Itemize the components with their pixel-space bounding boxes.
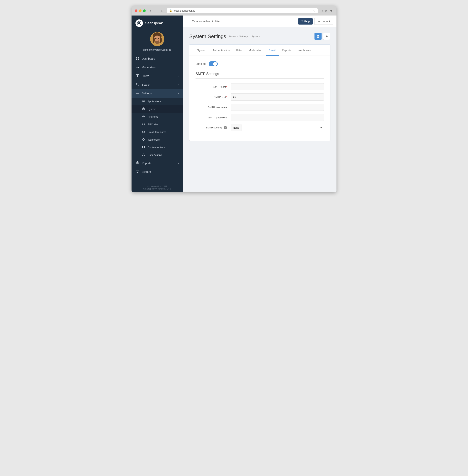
api-keys-icon bbox=[142, 115, 145, 119]
info-icon[interactable]: i bbox=[224, 126, 227, 129]
system-bottom-icon bbox=[135, 170, 139, 174]
svg-point-7 bbox=[153, 37, 155, 43]
svg-point-25 bbox=[143, 100, 145, 102]
sidebar-item-dashboard[interactable]: Dashboard bbox=[132, 54, 183, 63]
page-header: System Settings Home / Settings / System bbox=[189, 33, 330, 40]
smtp-host-input[interactable] bbox=[231, 83, 324, 90]
sidebar-item-search[interactable]: Search ‹ bbox=[132, 80, 183, 89]
smtp-username-input[interactable] bbox=[231, 104, 324, 111]
back-button[interactable] bbox=[323, 33, 330, 40]
username-text: admin@inversoft.com bbox=[143, 48, 168, 51]
smtp-port-field: SMTP port* bbox=[195, 93, 324, 101]
tab-system[interactable]: System bbox=[194, 45, 209, 56]
sidebar-item-filters[interactable]: Filters ‹ bbox=[132, 72, 183, 80]
sidebar-item-reports[interactable]: Reports ‹ bbox=[132, 159, 183, 167]
sidebar-item-settings[interactable]: Settings ∨ bbox=[132, 89, 183, 98]
applications-icon bbox=[142, 100, 145, 103]
chevron-icon: ‹ bbox=[178, 75, 179, 77]
sidebar-item-system[interactable]: System bbox=[132, 105, 183, 113]
tabs-container: System Authentication Filter Moderation … bbox=[189, 45, 330, 56]
tab-filter[interactable]: Filter bbox=[233, 45, 245, 56]
share-button[interactable]: ↑ bbox=[322, 9, 323, 13]
tab-webhooks[interactable]: Webhooks bbox=[295, 45, 314, 56]
smtp-password-input[interactable] bbox=[231, 114, 324, 121]
search-input[interactable] bbox=[192, 20, 298, 23]
lock-icon: 🔒 bbox=[169, 9, 172, 12]
system-icon bbox=[142, 107, 145, 111]
sidebar-item-api-keys[interactable]: API Keys bbox=[132, 113, 183, 120]
svg-rect-16 bbox=[136, 68, 138, 68]
svg-rect-39 bbox=[142, 147, 143, 148]
logout-icon: → bbox=[318, 20, 320, 23]
reports-icon bbox=[135, 161, 139, 165]
browser-actions: ↑ ⧉ bbox=[322, 9, 327, 13]
content-actions-icon bbox=[142, 146, 145, 149]
svg-point-1 bbox=[138, 22, 140, 24]
svg-point-8 bbox=[160, 37, 162, 43]
breadcrumb-sep-1: / bbox=[237, 35, 238, 38]
svg-rect-10 bbox=[136, 57, 137, 58]
breadcrumb-sep-2: / bbox=[249, 35, 250, 38]
logo-text: cleanspeak bbox=[145, 21, 163, 25]
help-circle-icon: ? bbox=[301, 20, 303, 23]
required-star: * bbox=[226, 96, 227, 99]
svg-rect-51 bbox=[317, 37, 319, 38]
sidebar-item-moderation[interactable]: Moderation bbox=[132, 63, 183, 72]
breadcrumb-home[interactable]: Home bbox=[229, 35, 236, 38]
tab-email[interactable]: Email bbox=[266, 45, 279, 56]
enabled-toggle[interactable] bbox=[209, 61, 218, 66]
help-button[interactable]: ? Help bbox=[298, 18, 313, 25]
svg-rect-12 bbox=[136, 59, 137, 60]
moderation-icon bbox=[135, 65, 139, 69]
sidebar-item-label: Moderation bbox=[142, 66, 156, 69]
smtp-port-input[interactable] bbox=[231, 93, 324, 101]
sidebar-item-label: Dashboard bbox=[142, 57, 155, 60]
save-button[interactable] bbox=[314, 33, 322, 40]
svg-rect-23 bbox=[136, 93, 139, 93]
sidebar-item-email-templates[interactable]: Email Templates bbox=[132, 128, 183, 136]
close-dot[interactable] bbox=[135, 9, 137, 12]
smtp-security-field: SMTP security i None SSL TLS bbox=[195, 124, 324, 131]
reload-icon[interactable]: ↻ bbox=[313, 9, 315, 12]
svg-point-6 bbox=[158, 38, 159, 39]
webhooks-icon bbox=[142, 138, 145, 141]
minimize-dot[interactable] bbox=[139, 9, 142, 12]
address-bar[interactable]: 🔒 local.cleanspeak.io ↻ bbox=[167, 8, 318, 13]
bbcodes-icon bbox=[142, 123, 145, 126]
sidebar-item-content-actions[interactable]: Content Actions bbox=[132, 144, 183, 151]
sidebar-subitem-label: Webhooks bbox=[148, 138, 160, 141]
logo-icon bbox=[135, 19, 143, 27]
footer-line2: CleanSpeak™ version 3.24.6 bbox=[135, 188, 179, 190]
sidebar-item-applications[interactable]: Applications bbox=[132, 98, 183, 105]
smtp-security-select[interactable]: None SSL TLS bbox=[231, 124, 241, 131]
tab-authentication[interactable]: Authentication bbox=[209, 45, 233, 56]
duplicate-button[interactable]: ⧉ bbox=[325, 9, 327, 13]
browser-window-buttons: ⊡ bbox=[160, 9, 164, 13]
new-tab-button[interactable]: + bbox=[329, 8, 333, 13]
tab-reports[interactable]: Reports bbox=[279, 45, 295, 56]
smtp-host-label: SMTP host* bbox=[195, 85, 231, 88]
enabled-row: Enabled bbox=[195, 61, 324, 66]
logout-button[interactable]: → Logout bbox=[314, 18, 333, 25]
sidebar-item-system-bottom[interactable]: System ‹ bbox=[132, 167, 183, 176]
sidebar: cleanspeak bbox=[132, 15, 183, 192]
browser-nav: ‹ › bbox=[149, 9, 157, 13]
svg-rect-13 bbox=[138, 59, 139, 60]
menu-icon[interactable] bbox=[186, 19, 190, 24]
smtp-port-label: SMTP port* bbox=[195, 96, 231, 99]
chevron-down-icon: ∨ bbox=[177, 92, 179, 95]
svg-point-5 bbox=[155, 38, 157, 39]
window-toggle-button[interactable]: ⊡ bbox=[160, 9, 164, 13]
toggle-knob bbox=[213, 62, 217, 66]
sidebar-item-bbcodes[interactable]: BBCodes bbox=[132, 120, 183, 128]
sidebar-item-user-actions[interactable]: User Actions bbox=[132, 151, 183, 159]
forward-button[interactable]: › bbox=[153, 9, 157, 13]
back-button[interactable]: ‹ bbox=[149, 9, 152, 13]
maximize-dot[interactable] bbox=[143, 9, 146, 12]
sidebar-subitem-label: Email Templates bbox=[148, 131, 166, 134]
sidebar-item-webhooks[interactable]: Webhooks bbox=[132, 136, 183, 144]
tab-moderation[interactable]: Moderation bbox=[246, 45, 266, 56]
breadcrumb-settings[interactable]: Settings bbox=[239, 35, 248, 38]
user-settings-icon[interactable]: ⊞ bbox=[169, 48, 172, 51]
form-content: Enabled SMTP Settings SMTP host* bbox=[189, 56, 330, 141]
